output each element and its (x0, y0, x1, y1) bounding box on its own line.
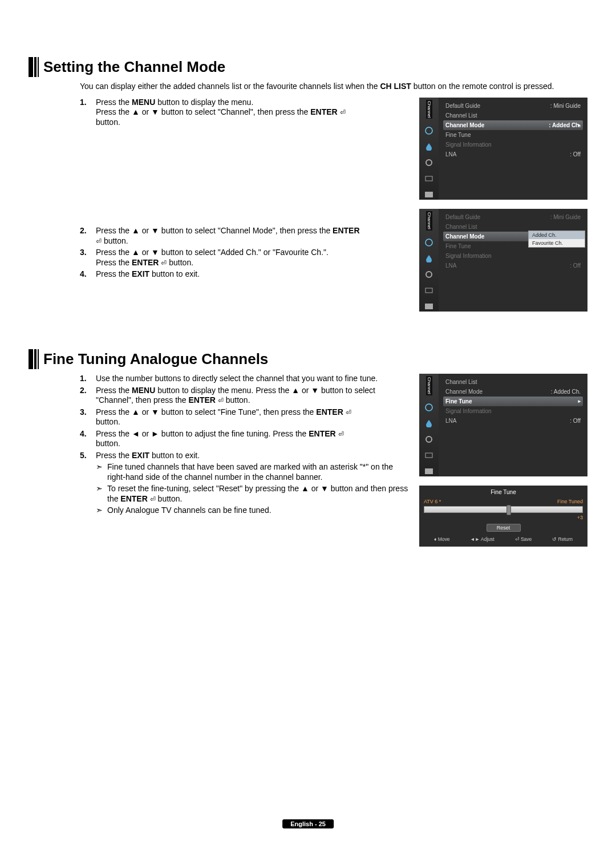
dialog-title: Fine Tune (424, 489, 583, 495)
gear-icon (424, 434, 434, 444)
note-arrow-icon: ➣ (96, 484, 107, 504)
svg-rect-3 (425, 192, 433, 197)
step-number: 1. (80, 98, 96, 128)
intro-text: You can display either the added channel… (80, 82, 570, 92)
enter-icon (161, 258, 167, 267)
sidebar-label: Channel (426, 100, 432, 119)
step-text: Press the MENU button to display the men… (96, 386, 412, 406)
osd-sidebar: Channel (419, 209, 439, 312)
svg-point-4 (425, 239, 432, 246)
enter-icon (218, 395, 224, 405)
notes-list: ➣ Fine tuned channels that have been sav… (96, 462, 412, 516)
sidebar-label: Channel (426, 211, 432, 231)
heading-bar: Setting the Channel Mode (29, 57, 587, 77)
input-icon (424, 285, 434, 296)
sidebar-label: Channel (426, 376, 432, 395)
drop-icon (424, 418, 434, 428)
drop-icon (424, 142, 434, 152)
reset-button[interactable]: Reset (487, 524, 521, 532)
app-icon (424, 466, 434, 476)
osd-menu-fine-tune: Channel Channel List Channel Mode: Added… (419, 374, 587, 476)
enter-icon (340, 107, 346, 116)
osd-fine-tune-dialog: Fine Tune ATV 6 * Fine Tuned +3 Reset ♦ … (419, 486, 587, 547)
step-text: Use the number buttons to directly selec… (96, 374, 412, 384)
osd-sidebar: Channel (419, 374, 439, 476)
svg-point-9 (426, 436, 432, 442)
step-text: Press the ▲ or ▼ button to select "Fine … (96, 407, 412, 427)
osd-selected-row[interactable]: Channel Mode: Added Ch. (443, 120, 583, 130)
ft-channel: ATV 6 * (424, 499, 441, 504)
step-number: 2. (80, 226, 96, 246)
svg-rect-11 (425, 468, 433, 474)
enter-icon (338, 429, 344, 438)
osd-main: Channel List Channel Mode: Added Ch. Fin… (439, 374, 587, 476)
ft-slider[interactable] (424, 506, 583, 513)
enter-icon (96, 236, 102, 245)
app-icon (424, 189, 434, 200)
ft-slider-handle[interactable] (506, 505, 511, 515)
section-channel-mode: Setting the Channel Mode You can display… (29, 57, 587, 321)
dialog-footer: ♦ Move ◄► Adjust ⏎ Save ↺ Return (424, 536, 583, 542)
step-list: 1. Press the MENU button to display the … (80, 98, 412, 128)
popup-option-added[interactable]: Added Ch. (529, 231, 585, 239)
input-icon (424, 173, 434, 184)
popup-option-favourite[interactable]: Favourite Ch. (529, 239, 585, 247)
step-text: Press the EXIT button to exit. (96, 451, 412, 461)
step-text: Press the ▲ or ▼ button to select "Added… (96, 248, 412, 268)
gear-icon (424, 269, 434, 280)
step-text: Press the ▲ or ▼ button to select "Chann… (96, 226, 412, 246)
step-number: 3. (80, 248, 96, 268)
note-text: Only Analogue TV channels can be fine tu… (107, 506, 271, 516)
section-title: Setting the Channel Mode (43, 57, 225, 77)
note-arrow-icon: ➣ (96, 506, 107, 516)
note-text: Fine tuned channels that have been saved… (107, 462, 412, 482)
svg-point-1 (426, 160, 432, 165)
svg-rect-10 (425, 453, 432, 458)
drop-icon (424, 253, 434, 264)
app-icon (424, 301, 434, 312)
step-list: 2. Press the ▲ or ▼ button to select "Ch… (80, 226, 412, 280)
osd-selected-row[interactable]: Fine Tune (443, 397, 583, 406)
globe-icon (424, 126, 434, 136)
svg-rect-6 (425, 288, 432, 293)
note-text: To reset the fine-tuning, select "Reset"… (107, 484, 412, 504)
svg-point-5 (426, 272, 432, 277)
globe-icon (424, 237, 434, 248)
page-footer: English - 25 (282, 819, 334, 828)
step-text: Press the MENU button to display the men… (96, 98, 412, 128)
svg-point-8 (425, 404, 432, 411)
osd-menu-channel-mode-popup: Channel Default Guide: Mini Guide Channe… (419, 209, 587, 312)
osd-main: Default Guide: Mini Guide Channel List C… (439, 98, 587, 200)
gear-icon (424, 157, 434, 168)
enter-icon (150, 494, 156, 503)
osd-menu-channel-mode: Channel Default Guide: Mini Guide Channe… (419, 98, 587, 200)
heading-bar: Fine Tuning Analogue Channels (29, 349, 587, 369)
svg-rect-7 (425, 304, 433, 309)
svg-rect-2 (425, 176, 432, 181)
step-text: Press the EXIT button to exit. (96, 269, 412, 280)
globe-icon (424, 402, 434, 413)
ft-value: +3 (424, 515, 583, 520)
ft-status: Fine Tuned (557, 499, 583, 504)
osd-main: Default Guide: Mini Guide Channel List C… (439, 209, 587, 312)
osd-sidebar: Channel (419, 98, 439, 200)
input-icon (424, 450, 434, 460)
note-arrow-icon: ➣ (96, 462, 107, 482)
section-title: Fine Tuning Analogue Channels (43, 349, 268, 369)
section-fine-tune: Fine Tuning Analogue Channels 1. Use the… (29, 349, 587, 547)
step-text: Press the ◄ or ► button to adjust the fi… (96, 429, 412, 449)
step-number: 4. (80, 269, 96, 280)
svg-point-0 (425, 127, 432, 134)
osd-popup: Added Ch. Favourite Ch. (528, 231, 585, 248)
step-list: 1. Use the number buttons to directly se… (80, 374, 412, 460)
enter-icon (346, 407, 351, 417)
